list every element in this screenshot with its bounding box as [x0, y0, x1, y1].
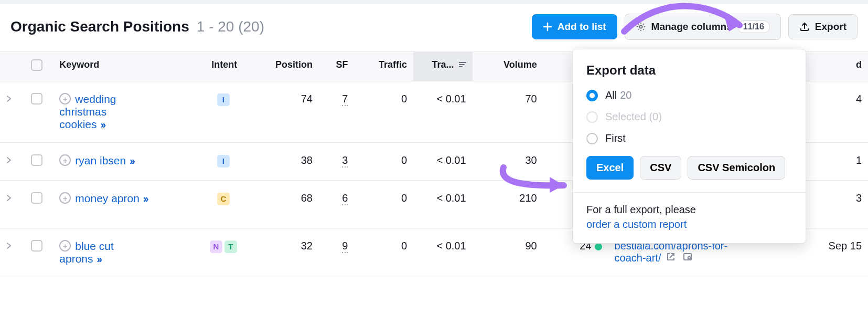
chevron-right-icon: ››	[99, 118, 105, 130]
add-to-list-label: Add to list	[558, 21, 606, 33]
export-label: Export	[815, 21, 846, 33]
export-footer: For a full export, please order a custom…	[586, 202, 792, 232]
cell-traffic: 0	[354, 228, 413, 277]
col-traffic[interactable]: Traffic	[354, 52, 413, 81]
expand-icon[interactable]	[6, 96, 12, 104]
svg-point-0	[639, 25, 642, 28]
radio-icon	[586, 133, 598, 144]
chevron-right-icon: ››	[142, 192, 147, 204]
cell-volume: 70	[473, 81, 543, 143]
intent-badge-n: N	[210, 240, 222, 253]
row-checkbox[interactable]	[31, 192, 42, 204]
manage-columns-pill: 11/16	[737, 20, 770, 33]
col-keyword[interactable]: Keyword	[53, 52, 189, 81]
add-keyword-icon[interactable]: +	[59, 192, 71, 204]
page-header: Organic Search Positions 1 - 20 (20) Add…	[0, 4, 868, 51]
order-custom-report-link[interactable]: order a custom report	[586, 218, 687, 230]
cell-traffic-pct: < 0.01	[413, 81, 473, 143]
serp-source-icon[interactable]	[683, 252, 692, 264]
col-date[interactable]: d	[809, 52, 868, 81]
intent-badge-i: I	[217, 155, 230, 168]
gear-icon	[636, 22, 646, 32]
expand-icon[interactable]	[6, 157, 12, 165]
radio-icon	[586, 111, 598, 123]
row-checkbox[interactable]	[31, 93, 42, 104]
cell-date: 3	[809, 181, 868, 228]
cell-sf[interactable]: 6	[342, 192, 348, 205]
cell-traffic-pct: < 0.01	[413, 181, 473, 228]
cell-volume: 30	[473, 143, 543, 181]
select-all-checkbox[interactable]	[31, 59, 42, 71]
cell-sf[interactable]: 7	[342, 93, 348, 106]
add-keyword-icon[interactable]: +	[59, 154, 71, 166]
col-volume[interactable]: Volume	[473, 52, 543, 81]
sort-desc-icon	[459, 61, 466, 69]
expand-icon[interactable]	[6, 243, 12, 251]
cell-traffic-pct: < 0.01	[413, 143, 473, 181]
manage-columns-label: Manage columns	[651, 21, 732, 33]
add-keyword-icon[interactable]: +	[59, 93, 71, 104]
col-sf[interactable]: SF	[319, 52, 355, 81]
svg-point-2	[688, 257, 691, 259]
col-traffic-pct[interactable]: Tra...	[413, 52, 473, 81]
cell-traffic: 0	[354, 143, 413, 181]
cell-date: 4	[809, 81, 868, 143]
cell-volume: 210	[473, 181, 543, 228]
chevron-right-icon: ››	[128, 154, 134, 166]
cell-traffic: 0	[354, 81, 413, 143]
export-option-all[interactable]: All 20	[586, 89, 792, 101]
intent-badge-c: C	[217, 193, 230, 205]
col-intent[interactable]: Intent	[189, 52, 260, 81]
page-range: 1 - 20 (20)	[197, 18, 264, 35]
export-csv-button[interactable]: CSV	[640, 156, 681, 180]
cell-position: 68	[260, 181, 319, 228]
page-title: Organic Search Positions	[10, 18, 189, 35]
cell-position: 38	[260, 143, 319, 181]
intent-badge-i: I	[217, 93, 230, 106]
cell-date: 1	[809, 143, 868, 181]
radio-icon	[586, 90, 598, 101]
expand-icon[interactable]	[6, 195, 12, 203]
external-link-icon[interactable]	[666, 252, 676, 264]
add-to-list-button[interactable]: Add to list	[532, 14, 617, 39]
export-button[interactable]: Export	[788, 14, 858, 39]
keyword-link[interactable]: ryan ibsen ››	[75, 154, 134, 166]
plus-icon	[543, 22, 552, 32]
export-excel-button[interactable]: Excel	[586, 156, 634, 180]
cell-sf[interactable]: 9	[342, 240, 348, 253]
export-option-first[interactable]: First	[586, 132, 792, 144]
cell-date: Sep 15	[809, 228, 868, 277]
add-keyword-icon[interactable]: +	[59, 240, 71, 252]
export-option-selected: Selected (0)	[586, 111, 792, 123]
cell-position: 74	[260, 81, 319, 143]
cell-position: 32	[260, 228, 319, 277]
cell-volume: 90	[473, 228, 543, 277]
chevron-right-icon: ››	[95, 253, 101, 265]
row-checkbox[interactable]	[31, 154, 42, 166]
export-csv-semicolon-button[interactable]: CSV Semicolon	[688, 156, 785, 180]
col-position[interactable]: Position	[260, 52, 319, 81]
export-popup-title: Export data	[586, 63, 792, 78]
cell-sf[interactable]: 3	[342, 154, 348, 168]
manage-columns-button[interactable]: Manage columns 11/16	[625, 14, 781, 40]
cell-traffic-pct: < 0.01	[413, 228, 473, 277]
kd-difficulty-dot	[595, 243, 602, 250]
export-popup: Export data All 20 Selected (0) First Ex…	[572, 49, 806, 244]
keyword-link[interactable]: money apron ››	[75, 192, 147, 204]
top-border	[0, 0, 868, 4]
row-checkbox[interactable]	[31, 240, 42, 252]
cell-traffic: 0	[354, 181, 413, 228]
upload-icon	[799, 22, 810, 32]
intent-badge-t: T	[224, 240, 237, 253]
